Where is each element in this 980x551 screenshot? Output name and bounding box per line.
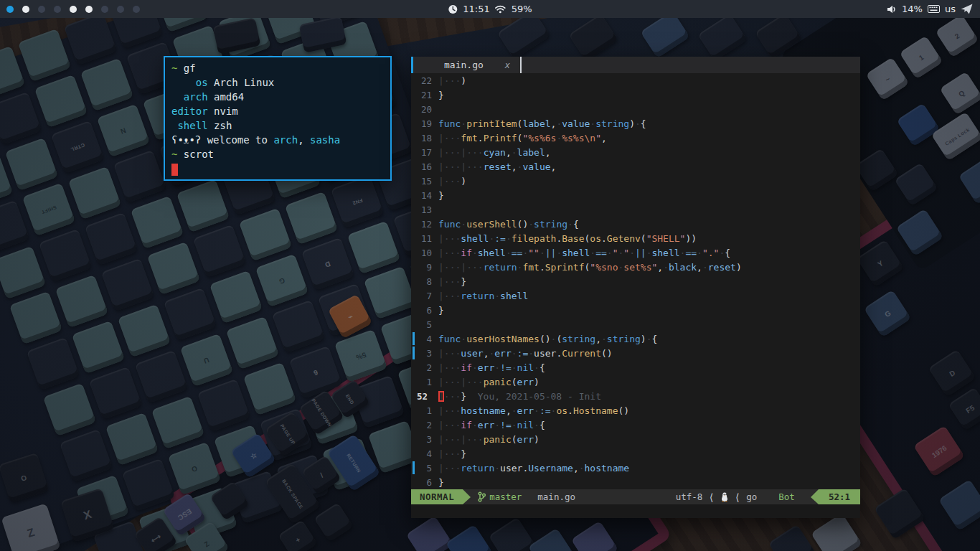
gutter-sign	[411, 217, 416, 231]
gutter-sign	[411, 303, 416, 317]
code-token: :=	[517, 348, 529, 359]
code-line[interactable]: 13	[411, 202, 860, 217]
terminal-window[interactable]: ~ gf os Arch Linux arch amd64editor nvim…	[164, 56, 392, 181]
workspace-dot-1[interactable]	[6, 6, 14, 13]
code-token: "	[595, 133, 601, 143]
workspace-dot-3[interactable]	[38, 6, 45, 13]
gutter-sign	[411, 274, 416, 288]
code-token: ·	[512, 147, 517, 158]
code-line[interactable]: 4|···}	[411, 446, 860, 461]
code-token: set%s	[623, 262, 651, 273]
gutter-sign	[411, 131, 416, 145]
code-line[interactable]: 5	[411, 317, 860, 331]
code-token: )	[534, 434, 540, 445]
code-token: ()	[601, 348, 613, 359]
workspace-dot-8[interactable]	[117, 6, 124, 13]
code-token: return	[461, 463, 494, 474]
code-line[interactable]: 10|···if·shell·==·""·||·shell·==·"·"·||·…	[411, 245, 860, 260]
code-line[interactable]: 5|···return·user.Username,·hostname	[411, 461, 860, 475]
code-line[interactable]: 2|···if·err·!=·nil·{	[411, 418, 860, 432]
editor-buffer[interactable]: 22|···)21}2019func·printItem(label,·valu…	[411, 73, 860, 489]
code-token: ·	[534, 405, 540, 416]
code-line[interactable]: 4func·userHostNames()·(string,·string)·{	[411, 331, 860, 346]
code-line[interactable]: 17|···|···cyan,·label,	[411, 145, 860, 159]
code-token: ·	[601, 334, 607, 344]
gutter-sign	[411, 389, 416, 403]
code-line[interactable]: 8|···}	[411, 274, 860, 288]
code-token: |···	[438, 405, 461, 416]
code-line[interactable]: 21}	[411, 88, 860, 102]
code-line[interactable]: 1|···|···panic(err)	[411, 375, 860, 389]
statusline-right: utf-8 ⟨ ⟨ go Bot	[676, 491, 811, 503]
code-line[interactable]: 52|···} You, 2021-05-08 - Init	[411, 389, 860, 403]
code-token: ·	[629, 248, 635, 258]
cursor-position: 52:1	[819, 489, 860, 504]
code-token: .	[540, 262, 545, 273]
code-token: %sno	[595, 262, 618, 273]
gutter-sign	[411, 475, 416, 489]
code-line[interactable]: 12func·userShell()·string·{	[411, 217, 860, 231]
code-line[interactable]: 18|···fmt.Printf("%s%6s·%s%s\n",	[411, 131, 860, 145]
code-token: label	[517, 147, 545, 158]
tab-close-button[interactable]: x	[505, 60, 510, 70]
workspace-dot-4[interactable]	[54, 6, 61, 13]
code-token: err	[517, 405, 534, 416]
code-line[interactable]: 11|···shell·:=·filepath.Base(os.Getenv("…	[411, 231, 860, 245]
code-line[interactable]: 19func·printItem(label,·value·string)·{	[411, 116, 860, 131]
line-number: 21	[416, 90, 438, 100]
code-line[interactable]: 7|···return·shell	[411, 288, 860, 303]
mode-indicator: NORMAL	[411, 489, 463, 504]
gutter-sign	[411, 73, 416, 88]
code-line[interactable]: 6}	[411, 475, 860, 489]
workspace-dot-6[interactable]	[85, 6, 93, 13]
line-number: 2	[416, 362, 438, 373]
code-line[interactable]: 14}	[411, 188, 860, 202]
code-line[interactable]: 15|···)	[411, 174, 860, 188]
workspace-indicator	[0, 6, 140, 13]
wifi-percentage: 59%	[512, 4, 532, 14]
code-token: ==	[595, 248, 607, 258]
code-line[interactable]: 6}	[411, 303, 860, 317]
code-token: |···	[438, 248, 461, 258]
gutter-sign	[411, 375, 416, 389]
workspace-dot-5[interactable]	[70, 6, 77, 13]
code-token: shell	[500, 291, 528, 301]
code-token: SHELL	[651, 233, 679, 244]
paper-plane-icon[interactable]	[961, 4, 973, 14]
linux-penguin-icon	[720, 492, 729, 502]
code-line[interactable]: 9|···|···return·fmt.Sprintf("%sno·set%s"…	[411, 260, 860, 274]
code-token: )	[641, 334, 646, 344]
code-token: user	[500, 463, 522, 474]
terminal-text	[171, 91, 184, 103]
code-token: ·	[579, 463, 585, 474]
code-line[interactable]: 2|···if·err·!=·nil·{	[411, 360, 860, 375]
code-token: (	[517, 118, 523, 129]
code-line[interactable]: 3|···user,·err·:=·user.Current()	[411, 346, 860, 360]
workspace-dot-7[interactable]	[101, 6, 108, 13]
code-line[interactable]: 20	[411, 102, 860, 116]
code-token: ·	[551, 334, 557, 344]
code-token: reset	[708, 262, 736, 273]
workspace-dot-9[interactable]	[133, 6, 140, 13]
code-line[interactable]: 22|···)	[411, 73, 860, 88]
code-token: "	[714, 248, 720, 258]
code-token: ·	[506, 233, 512, 244]
line-number: 20	[416, 104, 438, 115]
code-token: ,	[545, 147, 551, 158]
code-token: ==	[685, 248, 697, 258]
code-token: ·	[702, 262, 708, 273]
nvim-command-line[interactable]	[411, 504, 860, 518]
terminal-line: shell zsh	[171, 118, 384, 133]
terminal-text: nvim	[208, 105, 238, 117]
code-line[interactable]: 16|···|···reset,·value,	[411, 159, 860, 174]
nvim-window[interactable]: main.go x 22|···)21}2019func·printItem(l…	[411, 57, 860, 518]
code-token: ,	[506, 405, 512, 416]
code-token: func	[438, 334, 461, 344]
tab-main-go[interactable]: main.go x	[413, 57, 510, 73]
code-line[interactable]: 3|···|···panic(err)	[411, 432, 860, 446]
code-token: ·	[461, 118, 466, 129]
workspace-dot-2[interactable]	[22, 6, 29, 13]
gutter-sign	[411, 403, 416, 418]
code-token: ·	[635, 118, 641, 129]
code-line[interactable]: 1|···hostname,·err·:=·os.Hostname()	[411, 403, 860, 418]
